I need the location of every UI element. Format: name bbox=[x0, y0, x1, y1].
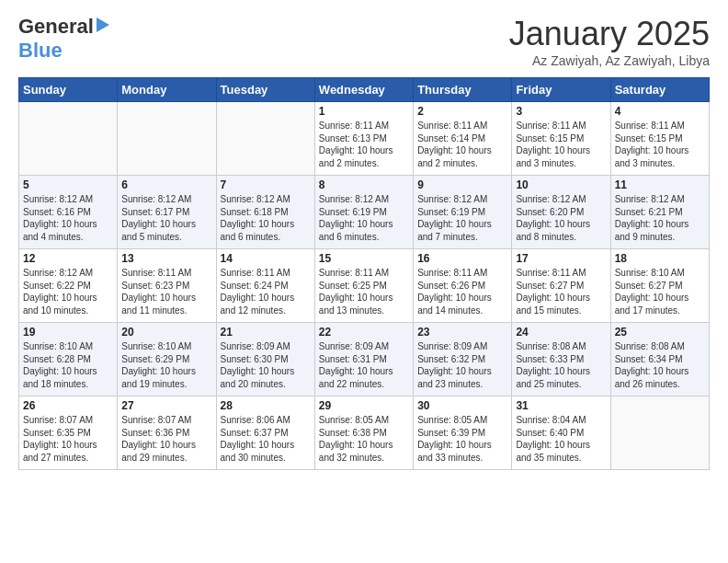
day-info: Sunrise: 8:08 AM Sunset: 6:34 PM Dayligh… bbox=[615, 340, 705, 390]
day-info: Sunrise: 8:07 AM Sunset: 6:36 PM Dayligh… bbox=[121, 414, 211, 464]
month-title: January 2025 bbox=[509, 15, 710, 53]
day-info: Sunrise: 8:10 AM Sunset: 6:28 PM Dayligh… bbox=[23, 340, 113, 390]
calendar-cell: 3Sunrise: 8:11 AM Sunset: 6:15 PM Daylig… bbox=[512, 102, 610, 176]
day-info: Sunrise: 8:07 AM Sunset: 6:35 PM Dayligh… bbox=[23, 414, 113, 464]
weekday-header: Thursday bbox=[414, 78, 512, 102]
calendar-cell bbox=[610, 396, 709, 470]
day-info: Sunrise: 8:09 AM Sunset: 6:32 PM Dayligh… bbox=[417, 340, 507, 390]
calendar-cell: 29Sunrise: 8:05 AM Sunset: 6:38 PM Dayli… bbox=[314, 396, 413, 470]
calendar-cell: 17Sunrise: 8:11 AM Sunset: 6:27 PM Dayli… bbox=[512, 249, 610, 323]
day-info: Sunrise: 8:12 AM Sunset: 6:16 PM Dayligh… bbox=[23, 193, 113, 243]
calendar-cell: 14Sunrise: 8:11 AM Sunset: 6:24 PM Dayli… bbox=[216, 249, 314, 323]
day-info: Sunrise: 8:11 AM Sunset: 6:14 PM Dayligh… bbox=[417, 120, 507, 169]
day-number: 10 bbox=[516, 178, 606, 191]
weekday-header: Friday bbox=[512, 78, 610, 102]
day-number: 13 bbox=[121, 252, 211, 265]
calendar-cell bbox=[118, 102, 216, 176]
day-info: Sunrise: 8:10 AM Sunset: 6:27 PM Dayligh… bbox=[615, 267, 705, 316]
calendar-week-row: 12Sunrise: 8:12 AM Sunset: 6:22 PM Dayli… bbox=[19, 249, 710, 323]
day-number: 22 bbox=[319, 326, 409, 339]
calendar-cell: 2Sunrise: 8:11 AM Sunset: 6:14 PM Daylig… bbox=[414, 102, 512, 176]
day-number: 17 bbox=[516, 252, 606, 265]
day-number: 16 bbox=[417, 252, 507, 265]
day-number: 11 bbox=[615, 178, 705, 191]
calendar-cell: 12Sunrise: 8:12 AM Sunset: 6:22 PM Dayli… bbox=[19, 249, 118, 323]
day-info: Sunrise: 8:05 AM Sunset: 6:39 PM Dayligh… bbox=[417, 414, 507, 464]
day-info: Sunrise: 8:11 AM Sunset: 6:27 PM Dayligh… bbox=[516, 267, 606, 316]
calendar-cell: 23Sunrise: 8:09 AM Sunset: 6:32 PM Dayli… bbox=[414, 323, 512, 396]
calendar-cell: 18Sunrise: 8:10 AM Sunset: 6:27 PM Dayli… bbox=[610, 249, 709, 323]
calendar-cell: 13Sunrise: 8:11 AM Sunset: 6:23 PM Dayli… bbox=[118, 249, 216, 323]
day-number: 27 bbox=[121, 399, 211, 412]
calendar-week-row: 26Sunrise: 8:07 AM Sunset: 6:35 PM Dayli… bbox=[19, 396, 710, 470]
location: Az Zawiyah, Az Zawiyah, Libya bbox=[509, 53, 710, 68]
calendar-cell: 8Sunrise: 8:12 AM Sunset: 6:19 PM Daylig… bbox=[314, 176, 413, 249]
weekday-header-row: SundayMondayTuesdayWednesdayThursdayFrid… bbox=[19, 78, 710, 102]
calendar-cell: 15Sunrise: 8:11 AM Sunset: 6:25 PM Dayli… bbox=[314, 249, 413, 323]
calendar-cell bbox=[19, 102, 118, 176]
day-info: Sunrise: 8:09 AM Sunset: 6:31 PM Dayligh… bbox=[319, 340, 409, 390]
day-info: Sunrise: 8:11 AM Sunset: 6:13 PM Dayligh… bbox=[319, 120, 409, 169]
calendar-cell: 28Sunrise: 8:06 AM Sunset: 6:37 PM Dayli… bbox=[216, 396, 314, 470]
day-number: 28 bbox=[221, 399, 311, 412]
calendar-cell: 22Sunrise: 8:09 AM Sunset: 6:31 PM Dayli… bbox=[314, 323, 413, 396]
weekday-header: Wednesday bbox=[314, 78, 413, 102]
day-number: 26 bbox=[23, 399, 113, 412]
weekday-header: Tuesday bbox=[216, 78, 314, 102]
logo-triangle-icon bbox=[97, 17, 109, 36]
calendar-week-row: 19Sunrise: 8:10 AM Sunset: 6:28 PM Dayli… bbox=[19, 323, 710, 396]
calendar-cell: 26Sunrise: 8:07 AM Sunset: 6:35 PM Dayli… bbox=[19, 396, 118, 470]
calendar-cell: 31Sunrise: 8:04 AM Sunset: 6:40 PM Dayli… bbox=[512, 396, 610, 470]
day-info: Sunrise: 8:12 AM Sunset: 6:20 PM Dayligh… bbox=[516, 193, 606, 243]
title-area: January 2025 Az Zawiyah, Az Zawiyah, Lib… bbox=[509, 15, 710, 68]
day-number: 24 bbox=[516, 326, 606, 339]
logo-blue: Blue bbox=[18, 39, 63, 62]
day-number: 21 bbox=[221, 326, 311, 339]
day-info: Sunrise: 8:08 AM Sunset: 6:33 PM Dayligh… bbox=[516, 340, 606, 390]
day-number: 8 bbox=[319, 178, 409, 191]
calendar-cell: 1Sunrise: 8:11 AM Sunset: 6:13 PM Daylig… bbox=[314, 102, 413, 176]
page: General Blue January 2025 Az Zawiyah, Az… bbox=[0, 0, 728, 481]
day-info: Sunrise: 8:11 AM Sunset: 6:24 PM Dayligh… bbox=[221, 267, 311, 316]
calendar-cell: 4Sunrise: 8:11 AM Sunset: 6:15 PM Daylig… bbox=[610, 102, 709, 176]
calendar-week-row: 5Sunrise: 8:12 AM Sunset: 6:16 PM Daylig… bbox=[19, 176, 710, 249]
day-number: 7 bbox=[221, 178, 311, 191]
day-info: Sunrise: 8:11 AM Sunset: 6:26 PM Dayligh… bbox=[417, 267, 507, 316]
day-number: 14 bbox=[221, 252, 311, 265]
weekday-header: Sunday bbox=[19, 78, 118, 102]
day-number: 31 bbox=[516, 399, 606, 412]
day-info: Sunrise: 8:12 AM Sunset: 6:18 PM Dayligh… bbox=[221, 193, 311, 243]
calendar-cell: 19Sunrise: 8:10 AM Sunset: 6:28 PM Dayli… bbox=[19, 323, 118, 396]
day-number: 9 bbox=[417, 178, 507, 191]
calendar-cell: 30Sunrise: 8:05 AM Sunset: 6:39 PM Dayli… bbox=[414, 396, 512, 470]
day-number: 25 bbox=[615, 326, 705, 339]
day-info: Sunrise: 8:10 AM Sunset: 6:29 PM Dayligh… bbox=[121, 340, 211, 390]
calendar-cell: 27Sunrise: 8:07 AM Sunset: 6:36 PM Dayli… bbox=[118, 396, 216, 470]
logo: General Blue bbox=[18, 15, 110, 63]
day-info: Sunrise: 8:12 AM Sunset: 6:19 PM Dayligh… bbox=[319, 193, 409, 243]
day-number: 6 bbox=[121, 178, 211, 191]
calendar-cell: 25Sunrise: 8:08 AM Sunset: 6:34 PM Dayli… bbox=[610, 323, 709, 396]
day-number: 19 bbox=[23, 326, 113, 339]
day-info: Sunrise: 8:05 AM Sunset: 6:38 PM Dayligh… bbox=[319, 414, 409, 464]
weekday-header: Saturday bbox=[610, 78, 709, 102]
calendar-cell: 9Sunrise: 8:12 AM Sunset: 6:19 PM Daylig… bbox=[414, 176, 512, 249]
calendar-cell: 20Sunrise: 8:10 AM Sunset: 6:29 PM Dayli… bbox=[118, 323, 216, 396]
calendar-week-row: 1Sunrise: 8:11 AM Sunset: 6:13 PM Daylig… bbox=[19, 102, 710, 176]
day-number: 5 bbox=[23, 178, 113, 191]
day-number: 18 bbox=[615, 252, 705, 265]
day-info: Sunrise: 8:11 AM Sunset: 6:23 PM Dayligh… bbox=[121, 267, 211, 316]
day-number: 23 bbox=[417, 326, 507, 339]
day-number: 20 bbox=[121, 326, 211, 339]
calendar-cell: 7Sunrise: 8:12 AM Sunset: 6:18 PM Daylig… bbox=[216, 176, 314, 249]
day-number: 4 bbox=[615, 105, 705, 118]
logo-general: General bbox=[18, 15, 94, 39]
calendar-table: SundayMondayTuesdayWednesdayThursdayFrid… bbox=[18, 77, 710, 470]
day-info: Sunrise: 8:04 AM Sunset: 6:40 PM Dayligh… bbox=[516, 414, 606, 464]
svg-marker-0 bbox=[97, 17, 109, 32]
day-info: Sunrise: 8:12 AM Sunset: 6:21 PM Dayligh… bbox=[615, 193, 705, 243]
header: General Blue January 2025 Az Zawiyah, Az… bbox=[18, 15, 710, 68]
day-number: 30 bbox=[417, 399, 507, 412]
day-number: 15 bbox=[319, 252, 409, 265]
day-info: Sunrise: 8:11 AM Sunset: 6:15 PM Dayligh… bbox=[615, 120, 705, 169]
